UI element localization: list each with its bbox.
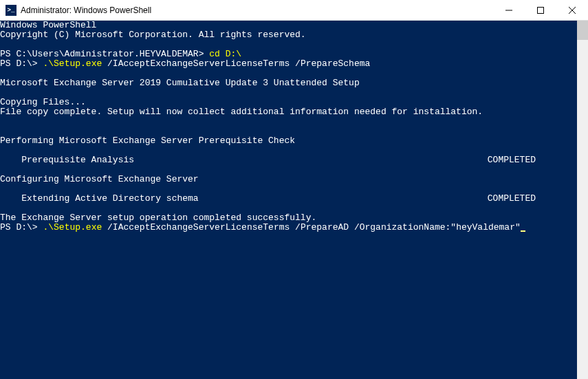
console-wrapper: Windows PowerShellCopyright (C) Microsof… — [0, 21, 588, 379]
command-exe: .\Setup.exe — [43, 58, 102, 69]
cursor — [521, 230, 525, 232]
maximize-button[interactable] — [525, 0, 556, 20]
command-args: /IAcceptExchangeServerLicenseTerms /Prep… — [102, 58, 370, 69]
blank-line — [0, 184, 577, 194]
close-button[interactable] — [556, 0, 588, 20]
prereq-header-line: Performing Microsoft Exchange Server Pre… — [0, 136, 577, 146]
copyright-line: Copyright (C) Microsoft Corporation. All… — [0, 30, 577, 40]
command-text: cd D:\ — [209, 49, 241, 59]
prompt-text: PS D:\> — [0, 58, 43, 69]
window-title: Administrator: Windows PowerShell — [21, 6, 493, 15]
blank-line — [0, 40, 577, 50]
titlebar: >_ Administrator: Windows PowerShell — [0, 0, 588, 21]
command-args: /IAcceptExchangeServerLicenseTerms /Prep… — [102, 222, 521, 232]
svg-rect-1 — [538, 7, 544, 13]
blank-line — [0, 69, 577, 78]
config-header-line: Configuring Microsoft Exchange Server — [0, 175, 577, 184]
config-status-row: Extending Active Directory schemaCOMPLET… — [0, 194, 577, 204]
prompt-line-1: PS C:\Users\Administrator.HEYVALDEMAR> c… — [0, 50, 577, 59]
prompt-line-3: PS D:\> .\Setup.exe /IAcceptExchangeServ… — [0, 223, 577, 232]
header-line: Windows PowerShell — [0, 21, 577, 30]
blank-line — [0, 165, 577, 175]
command-exe: .\Setup.exe — [43, 222, 102, 232]
blank-line — [0, 127, 577, 136]
blank-line — [0, 117, 577, 127]
prompt-text: PS D:\> — [0, 222, 43, 232]
prompt-line-2: PS D:\> .\Setup.exe /IAcceptExchangeServ… — [0, 59, 577, 69]
minimize-button[interactable] — [493, 0, 525, 20]
prereq-item-label: Prerequisite Analysis — [0, 155, 488, 165]
terminal-output[interactable]: Windows PowerShellCopyright (C) Microsof… — [0, 21, 577, 379]
config-status-value: COMPLETED — [488, 194, 577, 204]
icon-glyph: >_ — [8, 7, 15, 14]
powershell-icon: >_ — [6, 5, 17, 16]
scrollbar-thumb[interactable] — [577, 21, 588, 40]
window-controls — [493, 0, 588, 20]
copying-line: Copying Files... — [0, 98, 577, 107]
config-item-label: Extending Active Directory schema — [0, 194, 488, 204]
filecopy-line: File copy complete. Setup will now colle… — [0, 107, 577, 117]
success-line: The Exchange Server setup operation comp… — [0, 213, 577, 223]
prereq-status-row: Prerequisite AnalysisCOMPLETED — [0, 155, 577, 165]
prereq-status-value: COMPLETED — [488, 155, 577, 165]
vertical-scrollbar[interactable] — [577, 21, 588, 379]
blank-line — [0, 204, 577, 213]
blank-line — [0, 146, 577, 155]
blank-line — [0, 88, 577, 98]
prompt-text: PS C:\Users\Administrator.HEYVALDEMAR> — [0, 49, 209, 59]
setup-title-line: Microsoft Exchange Server 2019 Cumulativ… — [0, 78, 577, 88]
